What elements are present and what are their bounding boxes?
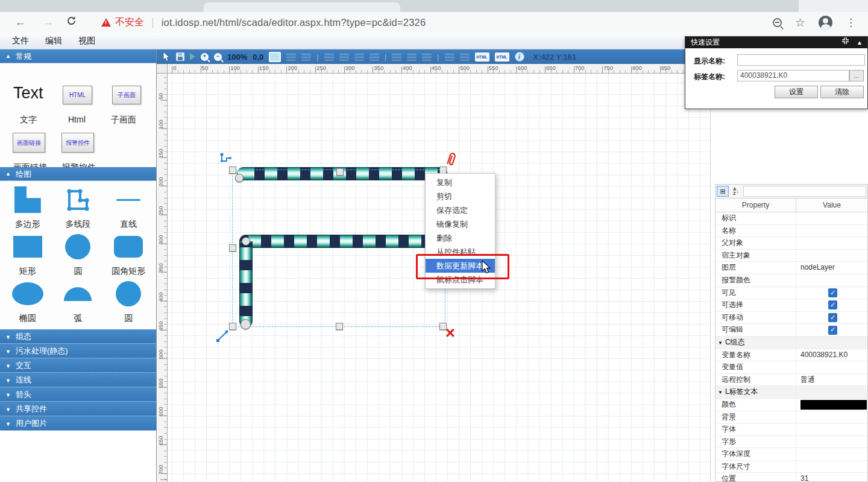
group-collapse-icon[interactable]: ▼	[718, 340, 723, 346]
tool-circle[interactable]: 圆	[103, 279, 154, 326]
section-header-collapsed-1[interactable]: ▼污水处理(静态)	[0, 344, 156, 358]
dock-icon[interactable]	[841, 37, 849, 48]
security-warning-icon[interactable]	[101, 18, 111, 27]
property-row-21[interactable]: 位置31	[715, 473, 867, 482]
copy-style-icon[interactable]	[286, 53, 296, 61]
property-value[interactable]: ✓	[796, 312, 867, 324]
property-row-10[interactable]: ▼C组态	[715, 337, 867, 349]
tool-subscreen[interactable]: 子画面	[112, 86, 141, 104]
menu-item-0[interactable]: 文件	[12, 36, 29, 46]
property-value[interactable]	[796, 237, 867, 249]
checkbox-checked[interactable]: ✓	[828, 300, 837, 309]
pipe-end-handle[interactable]	[241, 319, 251, 329]
property-row-20[interactable]: 字体尺寸	[715, 461, 867, 474]
property-row-8[interactable]: 可移动✓	[715, 312, 867, 325]
value-column-header[interactable]: Value	[796, 198, 867, 212]
run-icon[interactable]	[190, 53, 195, 60]
context-menu-item-2[interactable]: 保存选定	[426, 203, 495, 217]
align-left-icon[interactable]	[324, 53, 334, 61]
property-value[interactable]	[796, 399, 867, 411]
property-row-15[interactable]: 颜色	[715, 399, 867, 411]
tool-rounded-rect[interactable]: 圆角矩形	[103, 232, 154, 279]
context-menu-item-1[interactable]: 剪切	[426, 189, 495, 203]
property-value[interactable]	[796, 225, 867, 237]
property-value[interactable]: nodeLayer	[796, 262, 867, 274]
polyline-badge-icon[interactable]	[219, 152, 233, 168]
property-filter-box[interactable]	[743, 186, 866, 197]
align-center-icon[interactable]	[339, 53, 349, 61]
selection-handle-bm[interactable]	[336, 323, 343, 330]
set-button[interactable]: 设置	[775, 86, 818, 98]
property-row-2[interactable]: 父对象	[715, 237, 867, 250]
property-row-19[interactable]: 字体深度	[715, 448, 867, 461]
delete-marker-icon[interactable]: ×	[445, 325, 455, 341]
menu-item-1[interactable]: 编辑	[45, 36, 62, 46]
clear-button[interactable]: 清除	[820, 86, 864, 98]
browser-menu-icon[interactable]: ⋮	[846, 16, 856, 29]
property-value[interactable]	[796, 411, 867, 423]
property-value[interactable]: ✓	[796, 299, 867, 311]
tag-browse-button[interactable]: ...	[849, 70, 864, 81]
tool-line[interactable]: 直线	[103, 185, 154, 232]
group-collapse-icon[interactable]: ▼	[718, 390, 723, 395]
zoom-in-icon[interactable]: +	[201, 53, 209, 61]
line-badge-icon[interactable]	[215, 329, 230, 346]
property-value[interactable]: ✓	[796, 324, 867, 336]
property-value[interactable]	[796, 361, 867, 373]
section-header-collapsed-2[interactable]: ▼交互	[0, 358, 156, 373]
collapse-up-icon[interactable]: ▲	[857, 37, 863, 48]
reload-icon[interactable]	[64, 16, 78, 29]
pipe-elbow-handle[interactable]	[242, 237, 250, 246]
section-header-collapsed-4[interactable]: ▼箭头	[0, 387, 156, 402]
section-header-draw[interactable]: ▲ 绘图	[0, 167, 156, 181]
property-value[interactable]: ✓	[796, 287, 867, 299]
color-swatch[interactable]	[800, 400, 867, 410]
tool-screen-link[interactable]: 画面链接	[13, 133, 45, 153]
pipe-endpoint-handle[interactable]	[235, 174, 244, 182]
checkbox-checked[interactable]: ✓	[828, 326, 837, 335]
property-value[interactable]	[796, 274, 867, 287]
html-preview-icon[interactable]: HTML	[495, 52, 509, 62]
property-row-16[interactable]: 背景	[715, 411, 867, 424]
tool-circle[interactable]: 圆	[53, 232, 104, 279]
checkbox-checked[interactable]: ✓	[828, 313, 837, 322]
align-right-icon[interactable]	[354, 53, 364, 61]
menu-item-2[interactable]: 视图	[78, 36, 95, 46]
align-bottom-icon[interactable]	[407, 53, 417, 61]
tag-name-input[interactable]: 400038921.K0	[737, 70, 849, 81]
property-value[interactable]	[796, 436, 867, 448]
save-icon[interactable]	[176, 52, 184, 61]
property-value[interactable]	[796, 212, 867, 224]
bookmark-star-icon[interactable]: ☆	[795, 16, 805, 30]
browser-active-tab[interactable]	[204, 2, 400, 12]
tool-html[interactable]: HTML	[63, 86, 92, 104]
selection-handle-ml[interactable]	[229, 244, 236, 252]
tool-ellipse[interactable]: 椭圆	[2, 279, 53, 326]
property-row-12[interactable]: 变量值	[715, 361, 867, 374]
property-value[interactable]: 400038921.K0	[796, 349, 867, 361]
az-sort-icon[interactable]: AZ↓	[730, 186, 742, 197]
align-middle-icon[interactable]	[392, 53, 401, 61]
align-top-icon[interactable]	[370, 53, 379, 61]
tool-alarm-control[interactable]: 报警控件	[61, 133, 94, 153]
address-bar-url[interactable]: iot.idosp.net/html/scada/editor.aspx.htm…	[162, 17, 426, 28]
property-value[interactable]	[796, 337, 867, 349]
property-row-17[interactable]: 字体	[715, 423, 867, 436]
property-row-7[interactable]: 可选择✓	[715, 299, 867, 312]
zoom-out-icon[interactable]: −	[214, 53, 222, 61]
section-header-collapsed-3[interactable]: ▼连线	[0, 373, 156, 387]
property-column-header[interactable]: Property	[715, 198, 796, 212]
security-warning-text[interactable]: 不安全	[115, 16, 144, 29]
selection-handle-bl[interactable]	[229, 323, 236, 330]
context-menu-item-0[interactable]: 复制	[426, 176, 495, 189]
same-size-icon[interactable]	[460, 53, 470, 61]
info-icon[interactable]: i	[515, 52, 524, 62]
section-header-collapsed-5[interactable]: ▼共享控件	[0, 402, 156, 416]
tool-text[interactable]: Text	[13, 84, 43, 103]
back-icon[interactable]: ←	[13, 16, 28, 29]
paste-style-icon[interactable]	[301, 53, 311, 61]
categorize-icon[interactable]: ⊞	[717, 186, 729, 197]
property-row-4[interactable]: 图层nodeLayer	[715, 262, 867, 274]
property-row-18[interactable]: 字形	[715, 436, 867, 449]
selection-handle-tm[interactable]	[336, 168, 344, 176]
